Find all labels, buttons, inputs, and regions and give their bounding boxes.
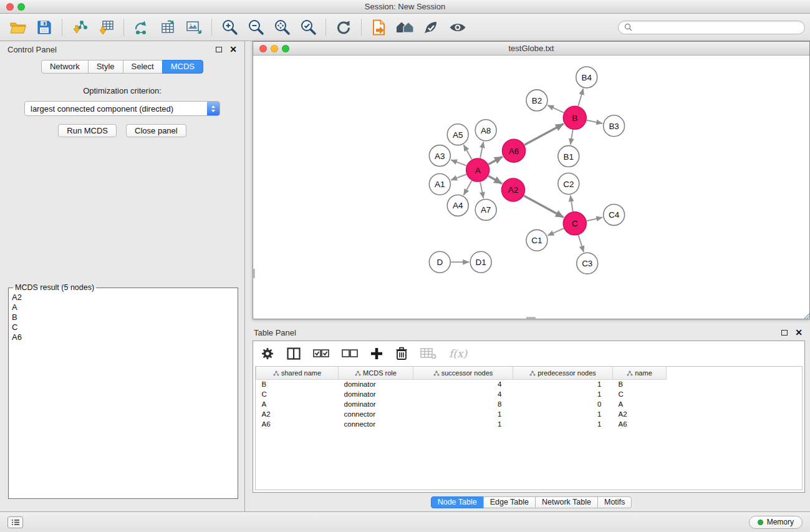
table-cell[interactable]: connector — [339, 409, 413, 419]
edge-A-A5[interactable] — [464, 145, 472, 159]
node-A4[interactable]: A4 — [447, 195, 468, 216]
close-panel-icon[interactable]: ✕ — [229, 45, 237, 54]
tab-node-table[interactable]: Node Table — [431, 496, 484, 508]
show-panels-button[interactable] — [7, 516, 23, 528]
table-cell[interactable]: A6 — [613, 419, 667, 429]
edge-A-A4[interactable] — [464, 181, 472, 195]
node-C2[interactable]: C2 — [558, 173, 579, 195]
delete-table-button[interactable] — [420, 348, 436, 359]
table-row[interactable]: Bdominator41B — [256, 379, 803, 389]
tab-edge-table[interactable]: Edge Table — [483, 496, 536, 508]
memory-button[interactable]: Memory — [749, 516, 803, 529]
edge-B-B1[interactable] — [571, 130, 573, 145]
table-cell[interactable]: 4 — [413, 389, 513, 399]
table-cell[interactable]: connector — [339, 419, 413, 429]
node-A5[interactable]: A5 — [447, 124, 468, 145]
table-cell[interactable]: A — [256, 399, 339, 409]
table-cell[interactable]: 0 — [513, 399, 613, 409]
deselect-all-rows-button[interactable] — [342, 349, 358, 359]
table-cell[interactable]: C — [613, 389, 667, 399]
home-button[interactable] — [392, 16, 418, 39]
table-cell[interactable]: 1 — [413, 409, 513, 419]
edge-B-B3[interactable] — [587, 120, 602, 123]
table-cell[interactable]: B — [256, 379, 339, 389]
table-cell[interactable]: C — [256, 389, 339, 399]
zoom-in-button[interactable] — [216, 16, 243, 39]
node-B2[interactable]: B2 — [526, 90, 547, 111]
column-header-name[interactable]: name — [613, 367, 667, 379]
table-cell[interactable]: 4 — [413, 379, 513, 389]
open-document-button[interactable] — [366, 16, 392, 39]
node-C[interactable]: C — [563, 212, 586, 235]
open-file-button[interactable] — [5, 16, 31, 39]
apply-style-button[interactable] — [418, 16, 445, 39]
edge-A-A2[interactable] — [488, 176, 502, 183]
close-window-button[interactable] — [6, 3, 14, 11]
refresh-layout-button[interactable] — [330, 16, 357, 39]
node-B[interactable]: B — [563, 106, 586, 129]
tab-network-table[interactable]: Network Table — [535, 496, 598, 508]
tab-style[interactable]: Style — [88, 60, 123, 74]
column-header-successor-nodes[interactable]: successor nodes — [413, 367, 513, 379]
panel-divider[interactable] — [253, 319, 810, 326]
search-field[interactable] — [618, 21, 805, 34]
zoom-out-button[interactable] — [243, 16, 269, 39]
horizontal-scroll-nub[interactable] — [526, 317, 536, 319]
vertical-scroll-nub[interactable] — [253, 269, 255, 278]
add-row-button[interactable] — [370, 347, 383, 360]
table-cell[interactable]: A — [613, 399, 667, 409]
select-all-rows-button[interactable] — [313, 349, 329, 359]
edge-A6-B[interactable] — [524, 124, 564, 145]
node-C4[interactable]: C4 — [604, 204, 625, 225]
edge-A-A3[interactable] — [451, 160, 466, 165]
float-panel-icon[interactable] — [216, 47, 222, 52]
node-B3[interactable]: B3 — [604, 115, 625, 137]
edge-C-C1[interactable] — [547, 228, 564, 235]
zoom-selected-button[interactable] — [295, 16, 321, 39]
tab-network[interactable]: Network — [41, 60, 89, 74]
save-session-button[interactable] — [31, 16, 57, 39]
node-C3[interactable]: C3 — [577, 253, 598, 274]
table-row[interactable]: Cdominator41C — [256, 389, 803, 399]
column-header-shared-name[interactable]: shared name — [256, 367, 339, 379]
node-C1[interactable]: C1 — [526, 230, 547, 251]
table-cell[interactable]: B — [613, 379, 667, 389]
node-B4[interactable]: B4 — [576, 67, 597, 88]
show-column-button[interactable] — [287, 347, 301, 360]
mcds-result-item[interactable]: C — [12, 322, 234, 332]
tab-motifs[interactable]: Motifs — [597, 496, 632, 508]
table-row[interactable]: A6connector11A6 — [256, 419, 803, 429]
column-header-predecessor-nodes[interactable]: predecessor nodes — [513, 367, 613, 379]
table-cell[interactable]: dominator — [339, 379, 413, 389]
node-A[interactable]: A — [466, 158, 489, 181]
edge-B-B2[interactable] — [547, 105, 564, 113]
run-mcds-button[interactable]: Run MCDS — [58, 124, 117, 137]
network-zoom-button[interactable] — [282, 45, 289, 52]
new-network-button[interactable] — [128, 16, 155, 39]
new-table-button[interactable] — [155, 16, 181, 39]
node-B1[interactable]: B1 — [558, 146, 579, 167]
node-A6[interactable]: A6 — [503, 139, 526, 162]
table-cell[interactable]: A2 — [256, 409, 339, 419]
table-cell[interactable]: dominator — [339, 399, 413, 409]
edge-A2-C[interactable] — [524, 196, 564, 218]
import-network-from-file-button[interactable] — [67, 16, 93, 39]
edge-A-A6[interactable] — [488, 157, 503, 164]
mcds-result-item[interactable]: A6 — [12, 332, 234, 342]
table-settings-button[interactable] — [261, 347, 274, 360]
table-cell[interactable]: 1 — [513, 409, 613, 419]
table-cell[interactable]: 1 — [513, 389, 613, 399]
close-panel-button[interactable]: Close panel — [126, 124, 186, 137]
resize-grip[interactable] — [802, 311, 809, 319]
delete-row-button[interactable] — [395, 347, 408, 360]
table-cell[interactable]: A6 — [256, 419, 339, 429]
mcds-result-item[interactable]: B — [12, 312, 234, 322]
show-graphics-details-button[interactable] — [445, 16, 471, 39]
network-canvas[interactable]: A5A8A3A1A4A7AA6A2B2B4BB3B1C2C4CC1C3DD1 — [253, 56, 809, 319]
network-minimize-button[interactable] — [271, 45, 278, 52]
table-cell[interactable]: 1 — [413, 419, 513, 429]
tab-select[interactable]: Select — [123, 60, 163, 74]
mcds-result-item[interactable]: A — [12, 302, 234, 312]
node-A2[interactable]: A2 — [502, 178, 525, 201]
edge-A-A8[interactable] — [480, 142, 483, 158]
